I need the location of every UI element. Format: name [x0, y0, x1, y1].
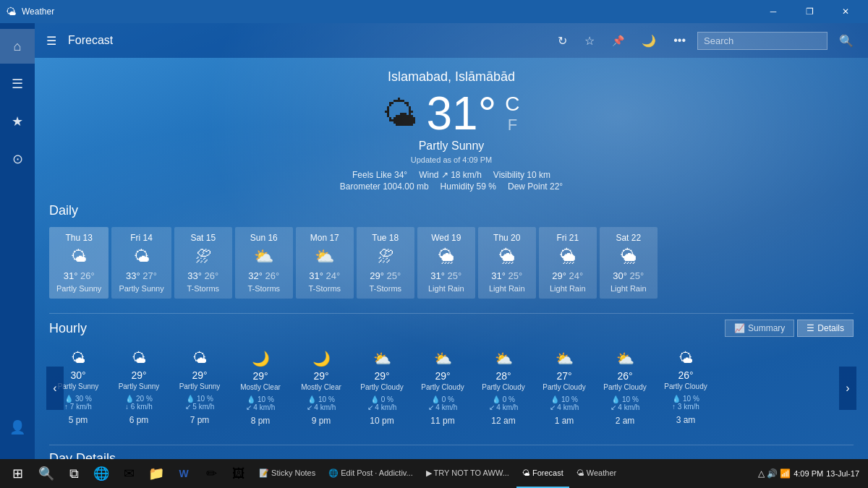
taskbar-edge[interactable]: 🌐: [88, 459, 114, 488]
hamburger-button[interactable]: ☰: [43, 31, 59, 51]
fahrenheit-unit[interactable]: F: [505, 116, 519, 134]
search-icon[interactable]: 🔍: [833, 31, 859, 51]
hourly-next-button[interactable]: ›: [839, 367, 856, 410]
hour-condition: Partly Sunny: [113, 382, 165, 390]
hour-wind: ↓ 6 km/h: [113, 403, 165, 411]
hour-label: 6 pm: [113, 415, 165, 425]
hour-condition: Partly Cloudy: [538, 383, 590, 391]
hour-temp: 28°: [477, 370, 529, 382]
scroll-area[interactable]: Islamabad, Islāmābād 🌤 31° C F Partly Su…: [35, 58, 868, 488]
daily-card[interactable]: Tue 18 ⛈ 29° 25° T-Storms: [357, 227, 414, 299]
daily-card[interactable]: Thu 20 🌦 31° 25° Light Rain: [478, 227, 536, 299]
taskbar-explorer[interactable]: 📁: [143, 459, 169, 488]
tray-date: 13-Jul-17: [826, 469, 859, 478]
hourly-card[interactable]: ⛅ 26° Partly Cloudy 💧 10 % ↙ 4 km/h 2 am: [596, 346, 654, 430]
summary-tab[interactable]: 📈 Summary: [725, 320, 794, 337]
hourly-card[interactable]: 🌤 26° Partly Cloudy 💧 10 % ↑ 3 km/h 3 am: [657, 346, 715, 430]
day-temps: 33° 27°: [119, 270, 163, 281]
day-icon: 🌦: [425, 247, 468, 266]
daily-card[interactable]: Mon 17 ⛅ 31° 24° T-Storms: [296, 227, 354, 299]
taskbar-pen[interactable]: ✏: [198, 459, 224, 488]
hour-label: 12 am: [477, 416, 529, 426]
minimize-button[interactable]: ─: [757, 0, 790, 23]
taskbar-weather[interactable]: 🌤 Weather: [571, 459, 622, 488]
day-temps: 30° 25°: [607, 270, 650, 281]
hour-condition: Partly Cloudy: [599, 383, 651, 391]
hourly-card[interactable]: ⛅ 29° Partly Cloudy 💧 0 % ↙ 4 km/h 11 pm: [414, 346, 472, 430]
taskbar-edit-post[interactable]: 🌐 Edit Post · Addictiv...: [323, 459, 419, 488]
hourly-card[interactable]: 🌤 29° Partly Sunny 💧 10 % ↙ 5 km/h 7 pm: [171, 346, 229, 430]
hourly-header: Hourly 📈 Summary ☰ Details: [49, 320, 854, 337]
sidebar-item-user[interactable]: 👤: [0, 410, 35, 445]
day-label: Sun 16: [242, 233, 286, 243]
taskbar-youtube[interactable]: ▶ TRY NOT TO AWW...: [420, 459, 515, 488]
sidebar-item-news[interactable]: ☰: [0, 67, 35, 101]
daily-card[interactable]: Wed 19 🌦 31° 25° Light Rain: [417, 227, 475, 299]
daily-card[interactable]: Thu 13 🌤 31° 26° Partly Sunny: [49, 227, 109, 299]
pin-icon[interactable]: 📌: [606, 32, 630, 49]
details-tab[interactable]: ☰ Details: [797, 320, 854, 337]
sidebar-item-favorites[interactable]: ★: [0, 104, 35, 139]
hour-temp: 26°: [660, 369, 712, 381]
hourly-prev-button[interactable]: ‹: [46, 367, 64, 410]
taskbar: ⊞ 🔍 ⧉ 🌐 ✉ 📁 W ✏ 🖼 📝 Sticky Notes 🌐 Edit …: [0, 459, 868, 488]
taskbar-search[interactable]: 🔍: [33, 459, 59, 488]
weather-details: Feels Like 34° Wind ↗ 18 km/h Visibility…: [49, 170, 854, 180]
close-button[interactable]: ✕: [829, 0, 862, 23]
hour-condition: Partly Sunny: [174, 382, 226, 390]
hourly-card[interactable]: ⛅ 28° Partly Cloudy 💧 0 % ↙ 4 km/h 12 am: [475, 346, 532, 430]
current-temp: 31°: [426, 90, 496, 137]
taskbar-photo[interactable]: 🖼: [226, 459, 252, 488]
celsius-unit[interactable]: C: [505, 93, 519, 116]
details-label: Details: [817, 323, 844, 333]
hour-wind: ↙ 4 km/h: [295, 403, 347, 411]
restore-button[interactable]: ❐: [793, 0, 826, 23]
day-temps: 33° 26°: [182, 270, 225, 281]
hourly-card[interactable]: ⛅ 29° Partly Cloudy 💧 0 % ↙ 4 km/h 10 pm: [353, 346, 411, 430]
hour-condition: Mostly Clear: [295, 383, 347, 391]
hourly-card[interactable]: 🌙 29° Mostly Clear 💧 10 % ↙ 4 km/h 8 pm: [231, 346, 289, 430]
search-input[interactable]: [697, 32, 827, 50]
hourly-title: Hourly: [49, 321, 725, 336]
day-temps: 31° 25°: [485, 270, 529, 281]
hourly-card[interactable]: 🌤 29° Partly Sunny 💧 20 % ↓ 6 km/h 6 pm: [110, 346, 168, 430]
hourly-card[interactable]: 🌙 29° Mostly Clear 💧 10 % ↙ 4 km/h 9 pm: [292, 346, 350, 430]
hour-icon: 🌙: [234, 350, 286, 367]
start-button[interactable]: ⊞: [3, 459, 32, 488]
day-condition: T-Storms: [364, 284, 407, 293]
hour-wind: ↙ 4 km/h: [356, 403, 408, 411]
daily-card[interactable]: Fri 14 🌤 33° 27° Partly Sunny: [111, 227, 171, 299]
current-weather-icon: 🌤: [383, 94, 417, 134]
title-bar-app-name: Weather: [22, 7, 751, 17]
taskbar-word[interactable]: W: [171, 459, 197, 488]
hour-precip: 💧 0 %: [356, 395, 408, 403]
refresh-icon[interactable]: ↻: [552, 31, 573, 51]
taskbar-mail[interactable]: ✉: [116, 459, 142, 488]
top-bar-actions: ↻ ☆ 📌 🌙 ••• 🔍: [552, 31, 859, 51]
taskbar-sticky-notes[interactable]: 📝 Sticky Notes: [253, 459, 321, 488]
hour-icon: 🌙: [295, 350, 347, 367]
hourly-card[interactable]: ⛅ 27° Partly Cloudy 💧 10 % ↙ 4 km/h 1 am: [535, 346, 593, 430]
day-temps: 29° 24°: [546, 270, 590, 281]
day-label: Sat 22: [607, 233, 650, 243]
day-icon: 🌦: [607, 247, 650, 266]
more-icon[interactable]: •••: [668, 31, 692, 50]
daily-card[interactable]: Fri 21 🌦 29° 24° Light Rain: [539, 227, 597, 299]
night-icon[interactable]: 🌙: [636, 31, 662, 51]
list-icon: ☰: [807, 323, 814, 333]
daily-card[interactable]: Sun 16 ⛅ 32° 26° T-Storms: [235, 227, 293, 299]
taskbar-task-view[interactable]: ⧉: [61, 459, 87, 488]
daily-card[interactable]: Sat 22 🌦 30° 25° Light Rain: [600, 227, 658, 299]
hourly-tabs: 📈 Summary ☰ Details: [725, 320, 854, 337]
sidebar-item-home[interactable]: ⌂: [0, 29, 35, 64]
sidebar-item-history[interactable]: ⊙: [0, 142, 35, 176]
tray-time: 4:09 PM: [793, 469, 823, 478]
taskbar-forecast[interactable]: 🌤 Forecast: [516, 459, 569, 488]
title-bar: 🌤 Weather ─ ❐ ✕: [0, 0, 868, 23]
favorites-icon[interactable]: ☆: [579, 31, 600, 51]
day-temps: 29° 25°: [364, 270, 407, 281]
day-icon: 🌤: [119, 247, 163, 266]
day-icon: ⛅: [303, 247, 346, 266]
hour-precip: 💧 10 %: [538, 395, 590, 403]
daily-card[interactable]: Sat 15 ⛈ 33° 26° T-Storms: [174, 227, 232, 299]
